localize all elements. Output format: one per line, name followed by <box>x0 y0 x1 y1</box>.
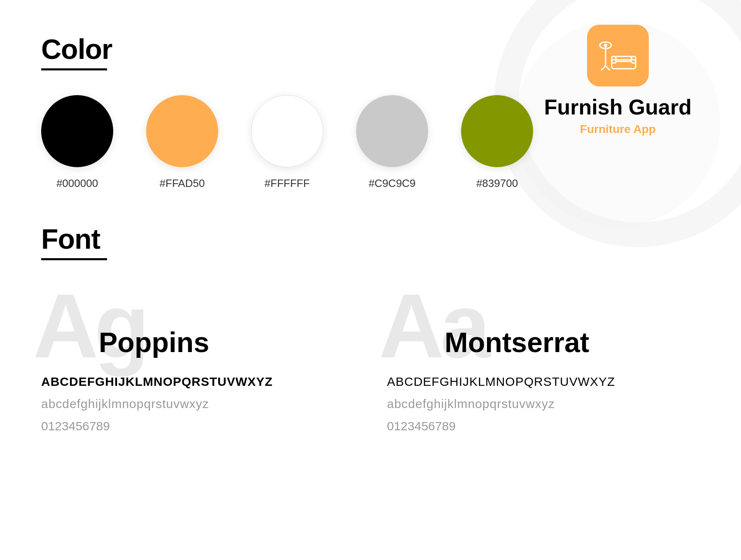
app-name: Furnish Guard <box>544 95 692 119</box>
font-montserrat-showcase: Aa Montserrat ABCDEFGHIJKLMNOPQRSTUVWXYZ… <box>387 285 700 433</box>
color-hex-orange: #FFAD50 <box>160 177 205 190</box>
app-subtitle: Furniture App <box>580 123 656 136</box>
montserrat-text-block: Montserrat ABCDEFGHIJKLMNOPQRSTUVWXYZ ab… <box>387 326 700 433</box>
font-section: Font Ag Poppins ABCDEFGHIJKLMNOPQRSTUVWX… <box>41 223 700 433</box>
font-poppins-showcase: Ag Poppins ABCDEFGHIJKLMNOPQRSTUVWXYZ ab… <box>41 285 354 433</box>
color-hex-olive: #839700 <box>476 177 518 190</box>
color-item-gray: #C9C9C9 <box>356 95 428 190</box>
furniture-icon <box>597 39 638 72</box>
color-circle-orange <box>146 95 218 167</box>
color-hex-white: #FFFFFF <box>265 177 310 190</box>
svg-rect-8 <box>616 56 631 61</box>
color-item-olive: #839700 <box>461 95 533 190</box>
color-item-black: #000000 <box>41 95 113 190</box>
montserrat-font-name: Montserrat <box>445 326 700 358</box>
color-circle-black <box>41 95 113 167</box>
montserrat-numbers: 0123456789 <box>387 419 700 433</box>
color-circle-olive <box>461 95 533 167</box>
color-hex-gray: #C9C9C9 <box>368 177 415 190</box>
font-section-title: Font <box>41 223 700 255</box>
color-circle-gray <box>356 95 428 167</box>
poppins-lowercase: abcdefghijklmnopqrstuvwxyz <box>41 397 354 411</box>
color-item-orange: #FFAD50 <box>146 95 218 190</box>
montserrat-lowercase: abcdefghijklmnopqrstuvwxyz <box>387 397 700 411</box>
svg-line-2 <box>606 66 610 70</box>
font-section-underline <box>41 258 107 260</box>
svg-line-1 <box>601 66 606 70</box>
poppins-font-name: Poppins <box>99 326 354 358</box>
color-circle-white <box>251 95 323 167</box>
color-section-underline <box>41 68 107 70</box>
app-logo-section: Furnish Guard Furniture App <box>544 25 692 136</box>
poppins-uppercase: ABCDEFGHIJKLMNOPQRSTUVWXYZ <box>41 375 354 389</box>
montserrat-uppercase: ABCDEFGHIJKLMNOPQRSTUVWXYZ <box>387 375 700 389</box>
app-icon <box>587 25 649 86</box>
poppins-text-block: Poppins ABCDEFGHIJKLMNOPQRSTUVWXYZ abcde… <box>41 326 354 433</box>
font-showcase-grid: Ag Poppins ABCDEFGHIJKLMNOPQRSTUVWXYZ ab… <box>41 285 700 433</box>
color-hex-black: #000000 <box>56 177 98 190</box>
color-item-white: #FFFFFF <box>251 95 323 190</box>
svg-point-4 <box>604 44 607 47</box>
poppins-numbers: 0123456789 <box>41 419 354 433</box>
